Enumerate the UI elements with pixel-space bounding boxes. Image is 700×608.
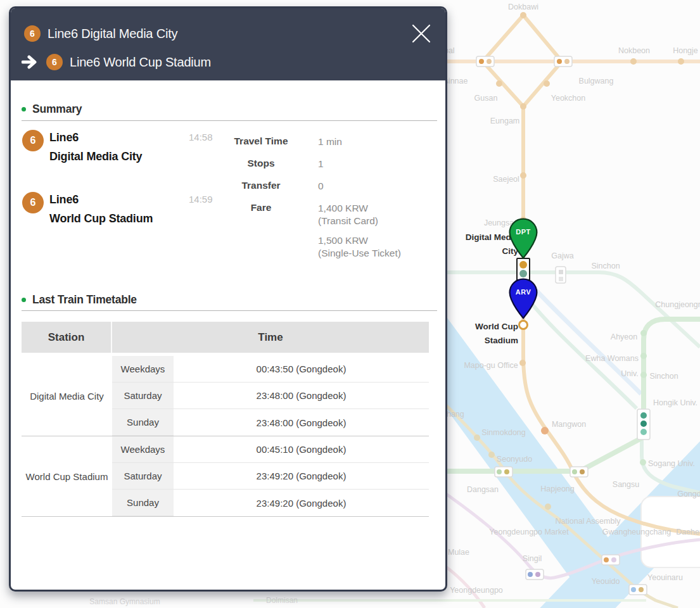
map-station-label: Univ. [621, 369, 639, 379]
map-station-label: Gajwa [551, 251, 573, 261]
bullet-icon [22, 298, 26, 302]
line6-badge-icon: 6 [24, 25, 41, 42]
stops-value: 1 [318, 158, 324, 170]
map-station-label: Seonyudo [497, 455, 532, 464]
app: DPT ARV DokbawiGupabalYeonsinnaeGusanYeo… [0, 0, 700, 608]
map-station-label: Sangsu [613, 480, 639, 490]
origin-station-title: Line6 Digital Media City [48, 27, 177, 41]
map-station-label: Sinmokdong [481, 428, 526, 438]
map-station-label: Hongik Univ. [653, 398, 697, 408]
map-station-label: Gwangheungchang [602, 528, 671, 537]
world-cup-stadium-station-marker [518, 320, 528, 330]
time-cell: 23:48:00 (Gongdeok) [174, 383, 429, 409]
fare-card-note: (Transit Card) [318, 215, 378, 226]
timetable-heading: Last Train Timetable [22, 293, 137, 307]
station-name: World Cup Stadium [49, 212, 153, 225]
map-station-label: Singil [523, 554, 542, 564]
map-station-label: Ewha Womans [585, 354, 639, 364]
map-station-label: Samsan Gymnasium [89, 597, 160, 607]
arrival-pin[interactable]: ARV [506, 277, 540, 319]
timetable-group: World Cup Stadium Weekdays 00:45:10 (Gon… [22, 436, 429, 517]
map-station-label: Bulgwang [579, 77, 614, 86]
origin-station-entry: Line6 Digital Media City [49, 128, 142, 166]
map-station-label: Sogang Univ. [648, 459, 695, 469]
station-name: Digital Media City [49, 150, 142, 163]
time-column-header: Time [112, 322, 429, 353]
line-name: Line6 [49, 131, 79, 144]
map-station-label: Daeheung [676, 528, 700, 537]
line6-badge-icon: 6 [46, 54, 63, 70]
origin-row: 6 Line6 Digital Media City [24, 25, 177, 42]
map-station-label: Mulae [448, 548, 469, 557]
arrival-station-entry: Line6 World Cup Stadium [49, 190, 153, 228]
arrow-right-icon [22, 55, 39, 69]
map-station-label: Yeouido [592, 577, 620, 586]
station-column-header: Station [22, 322, 112, 353]
map-station-label: Mangwon [552, 420, 586, 429]
timetable-header-row: Station Time [22, 322, 429, 353]
time-cell: 23:48:00 (Gongdeok) [174, 409, 429, 436]
fare-ticket-note: (Single-Use Ticket) [318, 248, 401, 258]
map-station-label: Gusan [474, 94, 498, 103]
time-cell: 23:49:20 (Gongdeok) [174, 490, 429, 516]
destination-row: 6 Line6 World Cup Stadium [22, 54, 211, 70]
map-station-label: Yeongdeungpo [450, 586, 503, 595]
station-cell: Digital Media City [22, 356, 112, 436]
map-station-label: Chungjeongno [655, 300, 700, 310]
transfer-value: 0 [318, 180, 324, 193]
map-station-label: World CupStadium [475, 320, 518, 348]
close-button[interactable] [407, 20, 435, 48]
day-cell: Weekdays [112, 356, 174, 383]
transfer-label: Transfer [213, 180, 309, 191]
line6-badge-icon: 6 [22, 192, 44, 213]
arrival-time: 14:59 [189, 194, 213, 205]
day-cell: Saturday [112, 463, 174, 490]
map-station-label: Sinchon [649, 372, 678, 381]
timetable: Station Time Digital Media City Weekdays… [22, 322, 429, 517]
pin-shape-icon [506, 217, 540, 259]
departure-pin-label: DPT [506, 228, 540, 236]
panel-header: 6 Line6 Digital Media City 6 Line6 World… [11, 8, 445, 80]
map-station-label: Saejeol [493, 175, 519, 184]
day-cell: Weekdays [112, 436, 174, 463]
line6-dot-icon [519, 261, 527, 269]
line-name: Line6 [49, 193, 79, 206]
map-station-label: Yeouinaru [647, 573, 683, 583]
fare-card-amount: 1,400 KRW [318, 203, 368, 213]
fare-label: Fare [213, 202, 309, 213]
map-station-label: Dolmisan [266, 596, 298, 605]
day-cell: Saturday [112, 383, 174, 409]
fare-ticket-amount: 1,500 KRW [318, 235, 368, 246]
line6-badge-icon: 6 [22, 130, 44, 151]
divider [22, 310, 437, 311]
day-cell: Sunday [112, 490, 174, 516]
map-station-label: Yeokchon [551, 94, 585, 103]
station-cell: World Cup Stadium [22, 436, 112, 516]
departure-time: 14:58 [189, 132, 213, 142]
map-station-label: Eungam [490, 117, 520, 126]
map-station-label: Yeongdeungpo Market [489, 528, 568, 537]
stops-label: Stops [213, 158, 309, 169]
summary-body: 6 Line6 Digital Media City 14:58 6 Line6… [11, 120, 445, 298]
map-station-label: Dokbawi [508, 3, 538, 12]
summary-heading: Summary [22, 103, 82, 116]
map-station-label: Mapo-gu Office [464, 361, 518, 370]
fare-value: 1,400 KRW (Transit Card) 1,500 KRW (Sing… [318, 202, 401, 260]
bullet-icon [22, 107, 26, 111]
map-station-label: Nokbeon [618, 46, 650, 56]
map-station-label: Dangsan [467, 485, 499, 495]
close-icon [410, 23, 432, 44]
travel-time-value: 1 min [318, 136, 342, 148]
travel-time-label: Travel Time [213, 136, 309, 147]
destination-station-title: Line6 World Cup Stadium [70, 55, 211, 70]
map-station-label: National Assembly [556, 517, 621, 526]
gyeongui-dot-icon [519, 270, 527, 277]
time-cell: 00:43:50 (Gongdeok) [174, 356, 429, 383]
day-cell: Sunday [112, 409, 174, 436]
map-station-label: Hongje [673, 46, 698, 56]
map-station-label: Gongdeok [677, 490, 700, 499]
map-station-label: Hapjeong [540, 484, 575, 494]
map-station-label: Sinchon [591, 262, 620, 271]
route-info-panel: 6 Line6 Digital Media City 6 Line6 World… [9, 6, 447, 592]
departure-pin[interactable]: DPT [506, 217, 540, 259]
